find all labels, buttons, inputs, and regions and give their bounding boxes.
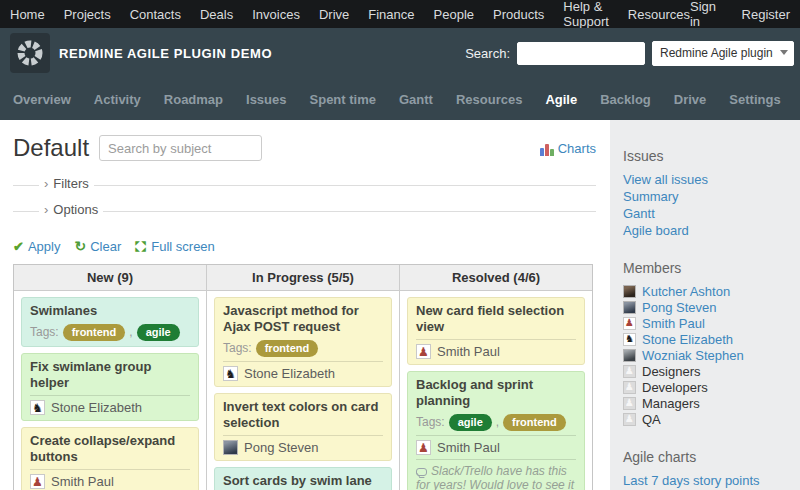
sidebar: Issues View all issuesSummaryGanttAgile … — [610, 120, 800, 490]
topbar-item[interactable]: Sign in — [690, 0, 723, 29]
assignee-name[interactable]: Smith Paul — [437, 344, 500, 359]
card-title[interactable]: Backlog and sprint planning — [416, 377, 576, 409]
apply-action[interactable]: ✔ Apply — [13, 239, 60, 254]
filters-toggle[interactable]: ›Filters — [39, 176, 94, 191]
assignee-name[interactable]: Smith Paul — [51, 474, 114, 489]
fullscreen-action[interactable]: ◤◥◣◢ Full screen — [135, 239, 215, 254]
avatar: ♟ — [623, 317, 636, 330]
sidebar-issues-links: View all issuesSummaryGanttAgile board — [623, 171, 786, 239]
member-link[interactable]: Smith Paul — [642, 316, 705, 331]
card[interactable]: Fix swimlane group helper♞Stone Elizabet… — [21, 353, 199, 421]
card-title[interactable]: Sort cards by swim lane param — [223, 473, 383, 490]
tab-agile[interactable]: Agile — [545, 92, 577, 107]
card[interactable]: New card field selection view♟Smith Paul — [407, 297, 585, 365]
card-title[interactable]: New card field selection view — [416, 303, 576, 335]
tag-pill[interactable]: frontend — [503, 414, 566, 431]
charts-link-group[interactable]: Charts — [540, 141, 596, 156]
member-group-name: QA — [642, 412, 661, 427]
sidebar-link-view-all-issues[interactable]: View all issues — [623, 171, 786, 188]
assignee-name[interactable]: Stone Elizabeth — [51, 400, 142, 415]
search-by-subject-input[interactable] — [99, 135, 262, 161]
board-column-header[interactable]: New (9) — [14, 265, 206, 291]
apply-link[interactable]: Apply — [28, 239, 61, 254]
project-select[interactable]: Redmine Agile plugin demo — [652, 41, 794, 66]
app-header: REDMINE AGILE PLUGIN DEMO Search: Redmin… — [0, 28, 800, 78]
comment-text: Slack/Trello have has this for years! Wo… — [416, 464, 574, 490]
avatar: ♞ — [623, 333, 636, 346]
tab-overview[interactable]: Overview — [13, 92, 71, 107]
avatar: ♟ — [623, 365, 636, 378]
tab-resources[interactable]: Resources — [456, 92, 522, 107]
assignee-name[interactable]: Stone Elizabeth — [244, 366, 335, 381]
member-group-name: Managers — [642, 396, 700, 411]
sidebar-link-gantt[interactable]: Gantt — [623, 205, 786, 222]
assignee-name[interactable]: Pong Steven — [244, 440, 318, 455]
card[interactable]: Create collapse/expand buttons♟Smith Pau… — [21, 427, 199, 490]
board-column-header[interactable]: Resolved (4/6) — [400, 265, 592, 291]
filters-section: ›Filters — [13, 174, 596, 196]
project-selector[interactable]: Redmine Agile plugin demo — [652, 41, 794, 66]
fullscreen-icon: ◤◥◣◢ — [135, 240, 147, 252]
card[interactable]: SwimlanesTags:frontend,agile — [21, 297, 199, 347]
card-title[interactable]: Swimlanes — [30, 303, 190, 319]
topbar-item[interactable]: Contacts — [130, 7, 181, 22]
topbar-item[interactable]: Home — [10, 7, 45, 22]
avatar — [623, 349, 636, 362]
card[interactable]: Backlog and sprint planningTags:agile,fr… — [407, 371, 585, 490]
board-column-header[interactable]: In Progress (5/5) — [207, 265, 399, 291]
member-link[interactable]: Pong Steven — [642, 300, 716, 315]
bar-chart-icon — [540, 144, 554, 156]
header-search-input[interactable] — [517, 42, 645, 65]
topbar-item[interactable]: Projects — [64, 7, 111, 22]
sidebar-link-summary[interactable]: Summary — [623, 188, 786, 205]
topbar-item[interactable]: Drive — [319, 7, 349, 22]
card-assignee: ♞Stone Elizabeth — [30, 395, 190, 415]
card-title[interactable]: Invert text colors on card selection — [223, 399, 383, 431]
clear-link[interactable]: Clear — [90, 239, 121, 254]
member-row: Wozniak Stephen — [623, 347, 786, 363]
tag-pill[interactable]: agile — [137, 324, 180, 341]
topbar-item[interactable]: Invoices — [252, 7, 300, 22]
topbar-item[interactable]: Finance — [368, 7, 414, 22]
card[interactable]: Sort cards by swim lane param♞Stone Eliz… — [214, 467, 392, 490]
card[interactable]: Invert text colors on card selectionPong… — [214, 393, 392, 461]
topbar-item[interactable]: Resources — [628, 7, 690, 22]
charts-link[interactable]: Charts — [558, 141, 596, 156]
sidebar-link-agile-board[interactable]: Agile board — [623, 222, 786, 239]
sidebar-members-heading: Members — [623, 260, 786, 276]
options-toggle[interactable]: ›Options — [39, 202, 103, 217]
tab-backlog[interactable]: Backlog — [600, 92, 651, 107]
tag-pill[interactable]: frontend — [256, 340, 319, 357]
topbar-item[interactable]: Deals — [200, 7, 233, 22]
avatar: ♟ — [623, 413, 636, 426]
clear-action[interactable]: ↻ Clear — [74, 238, 121, 254]
card-tags: Tags:frontend — [223, 339, 383, 357]
tab-spent-time[interactable]: Spent time — [310, 92, 376, 107]
card-title[interactable]: Javascript method for Ajax POST request — [223, 303, 383, 335]
tab-gantt[interactable]: Gantt — [399, 92, 433, 107]
tab-activity[interactable]: Activity — [94, 92, 141, 107]
member-link[interactable]: Stone Elizabeth — [642, 332, 733, 347]
tab-drive[interactable]: Drive — [674, 92, 707, 107]
member-link[interactable]: Wozniak Stephen — [642, 348, 744, 363]
tab-roadmap[interactable]: Roadmap — [164, 92, 223, 107]
fullscreen-link[interactable]: Full screen — [151, 239, 215, 254]
card-assignee: ♟Smith Paul — [416, 435, 576, 455]
card-assignee: ♟Smith Paul — [416, 339, 576, 359]
tag-pill[interactable]: frontend — [63, 324, 126, 341]
tab-issues[interactable]: Issues — [246, 92, 286, 107]
topbar-item[interactable]: Register — [742, 7, 790, 22]
card-title[interactable]: Fix swimlane group helper — [30, 359, 190, 391]
tag-pill[interactable]: agile — [449, 414, 492, 431]
member-link[interactable]: Kutcher Ashton — [642, 284, 730, 299]
card-title[interactable]: Create collapse/expand buttons — [30, 433, 190, 465]
avatar: ♟ — [416, 344, 431, 359]
sidebar-chart-link[interactable]: Last 7 days story points burndown — [623, 472, 786, 490]
member-group-row: ♟Managers — [623, 395, 786, 411]
tab-settings[interactable]: Settings — [729, 92, 780, 107]
topbar-item[interactable]: Products — [493, 7, 544, 22]
topbar-item[interactable]: Help & Support — [563, 0, 609, 29]
assignee-name[interactable]: Smith Paul — [437, 440, 500, 455]
card[interactable]: Javascript method for Ajax POST requestT… — [214, 297, 392, 387]
topbar-item[interactable]: People — [434, 7, 474, 22]
